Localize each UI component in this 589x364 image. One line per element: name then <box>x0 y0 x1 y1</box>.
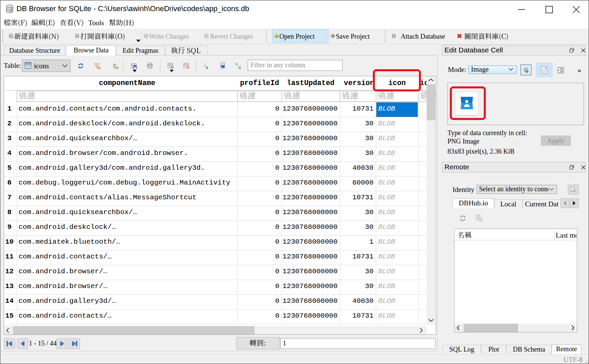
svg-text:b: b <box>236 62 238 66</box>
svg-text:A: A <box>205 66 208 69</box>
